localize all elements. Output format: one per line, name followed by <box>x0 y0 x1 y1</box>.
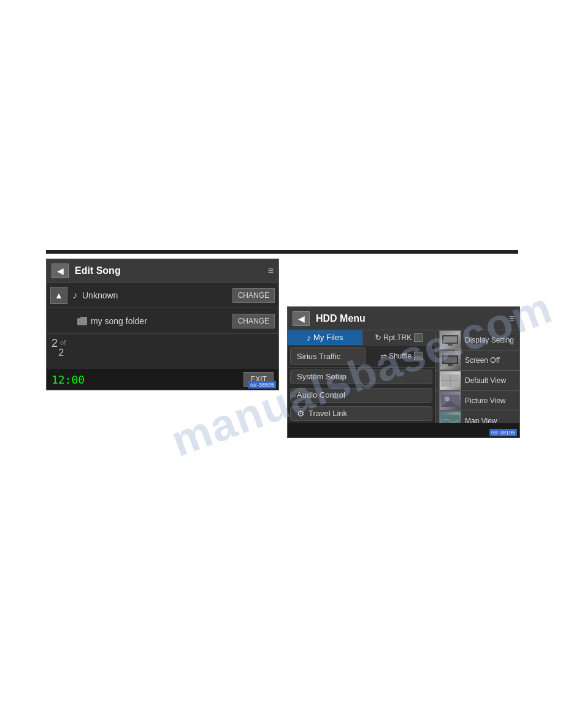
svg-rect-1 <box>443 336 457 343</box>
edit-song-footer: 12:00 EXIT <box>47 369 278 390</box>
screen-off-thumbnail <box>439 351 461 370</box>
repeat-icon: ↻ <box>375 333 381 342</box>
edit-song-row1-change-button[interactable]: CHANGE <box>232 288 275 303</box>
my-files-button[interactable]: ♪ My Files <box>288 330 363 345</box>
default-view-button[interactable]: Default View <box>435 371 519 391</box>
sirius-traffic-button[interactable]: Sirius Traffic <box>290 347 366 365</box>
edit-song-row1-label: Unknown <box>82 290 118 300</box>
svg-rect-5 <box>448 364 453 366</box>
display-setting-button[interactable]: Display Setting <box>435 330 519 351</box>
hdd-menu-title: HDD Menu <box>316 313 509 324</box>
hdd-left-panel: ♪ My Files ↻ Rpt.TRK Sirius Traffic ⇌ Sh… <box>288 330 435 423</box>
music-note-icon: ♪ <box>72 290 77 301</box>
svg-rect-2 <box>448 344 453 346</box>
edit-song-title: Edit Song <box>75 265 268 276</box>
edit-song-header: ◀ Edit Song ≡ <box>47 259 278 282</box>
scroll-up-button[interactable]: ▲ <box>50 287 67 304</box>
edit-song-back-button[interactable]: ◀ <box>52 264 69 278</box>
picture-view-label: Picture View <box>465 396 505 405</box>
edit-song-counter: 2 of 2 <box>47 334 278 365</box>
audio-control-label: Audio Control <box>297 390 345 400</box>
audio-control-button[interactable]: Audio Control <box>290 388 432 403</box>
edit-song-row2-content: my song folder <box>77 316 232 326</box>
edit-song-row2-label: my song folder <box>91 316 147 326</box>
hdd-menu-header: ◀ HDD Menu ≡ <box>288 307 519 330</box>
hdd-right-panel: Display Setting Screen Off Default View <box>435 330 519 423</box>
hdd-footer <box>288 423 519 438</box>
picture-view-button[interactable]: Picture View <box>435 391 519 411</box>
default-view-thumbnail <box>439 371 461 390</box>
shuffle-label: Shuffle <box>389 352 412 360</box>
counter-number: 2 <box>52 338 58 349</box>
edit-song-reference: rer-38505 <box>248 381 276 389</box>
rpt-trk-button[interactable]: ↻ Rpt.TRK <box>363 330 435 345</box>
sirius-label: Sirius Traffic <box>297 352 340 361</box>
default-view-label: Default View <box>465 376 506 385</box>
screen-off-button[interactable]: Screen Off <box>435 351 519 371</box>
counter-of-label: of <box>60 339 66 346</box>
svg-point-10 <box>445 396 450 401</box>
edit-song-row1-content: ♪ Unknown <box>72 290 232 301</box>
hdd-back-button[interactable]: ◀ <box>293 311 310 326</box>
edit-song-row-2: my song folder CHANGE <box>47 308 278 334</box>
my-files-label: My Files <box>313 333 343 342</box>
clock-display: 12:00 <box>52 373 85 386</box>
folder-icon <box>77 317 87 325</box>
travel-link-label: Travel Link <box>308 409 347 418</box>
edit-song-screen: ◀ Edit Song ≡ ▲ ♪ Unknown CHANGE my song… <box>46 259 279 390</box>
section-divider <box>46 250 518 254</box>
edit-song-row2-change-button[interactable]: CHANGE <box>232 314 275 328</box>
edit-song-row-1: ▲ ♪ Unknown CHANGE <box>47 282 278 308</box>
travel-link-button[interactable]: ⚙ Travel Link <box>290 406 432 421</box>
display-setting-thumbnail <box>439 330 461 350</box>
hdd-menu-icon[interactable]: ≡ <box>509 313 515 324</box>
hdd-reference: rer-38195 <box>489 429 517 436</box>
sirius-shuffle-row: Sirius Traffic ⇌ Shuffle <box>288 346 435 368</box>
counter-total: 2 <box>58 347 64 358</box>
shuffle-icon: ⇌ <box>380 352 387 361</box>
hdd-menu-body: ♪ My Files ↻ Rpt.TRK Sirius Traffic ⇌ Sh… <box>288 330 519 423</box>
display-setting-label: Display Setting <box>465 336 514 344</box>
system-setup-label: System Setup <box>297 372 347 381</box>
hdd-music-icon: ♪ <box>307 333 311 343</box>
svg-rect-4 <box>443 357 457 363</box>
system-setup-button[interactable]: System Setup <box>290 370 432 384</box>
picture-view-thumbnail <box>439 391 461 411</box>
shuffle-checkbox[interactable] <box>414 352 423 360</box>
rpt-trk-label: Rpt.TRK <box>383 333 412 342</box>
rpt-trk-checkbox[interactable] <box>414 333 423 342</box>
shuffle-button[interactable]: ⇌ Shuffle <box>368 352 435 361</box>
edit-song-menu-icon[interactable]: ≡ <box>268 265 274 276</box>
screen-off-label: Screen Off <box>465 356 500 365</box>
travel-link-icon: ⚙ <box>297 409 305 419</box>
hdd-top-row: ♪ My Files ↻ Rpt.TRK <box>288 330 435 346</box>
hdd-menu-screen: ◀ HDD Menu ≡ ♪ My Files ↻ Rpt.TRK <box>287 306 520 438</box>
